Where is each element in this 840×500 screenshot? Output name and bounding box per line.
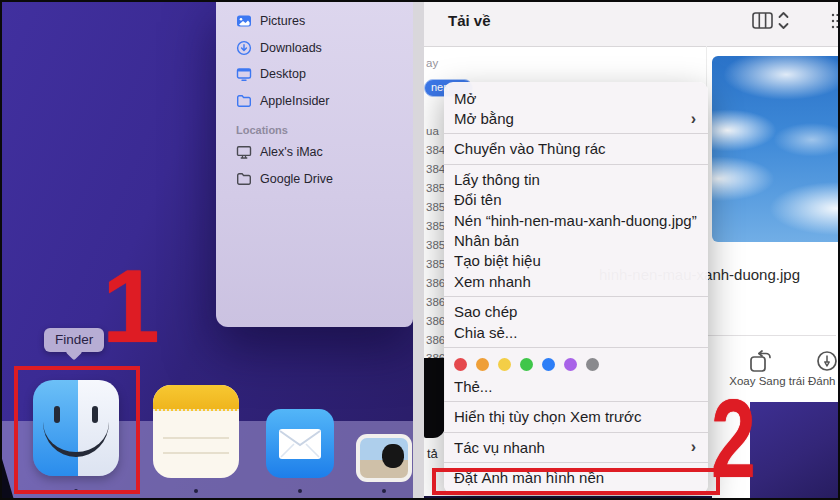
sidebar-item-google-drive[interactable]: Google Drive — [216, 166, 413, 193]
menu-item-duplicate[interactable]: Nhân bản — [444, 230, 708, 250]
finder-window-panel: Tải về ay nen ua 384 384 385 385 385 385… — [424, 0, 840, 500]
rotate-left-icon[interactable] — [748, 350, 774, 374]
context-menu: Mở Mở bằng› Chuyển vào Thùng rác Lấy thô… — [444, 82, 708, 494]
tag-blue[interactable] — [542, 358, 555, 371]
desktop-icon — [236, 66, 252, 82]
step-1-highlight-box — [14, 366, 140, 494]
bottom-desktop-strip — [424, 496, 712, 500]
file-row[interactable]: 384 — [426, 144, 445, 156]
menu-item-share[interactable]: Chia sẻ... — [444, 322, 708, 342]
sidebar-item-label: Alex's iMac — [260, 145, 323, 159]
finder-tooltip: Finder — [44, 328, 104, 352]
menu-divider — [444, 164, 708, 165]
sidebar-item-label: AppleInsider — [260, 94, 330, 108]
file-row[interactable]: 386 — [426, 315, 445, 327]
notes-line — [163, 437, 229, 439]
folder-icon — [236, 171, 252, 187]
photo-thumbnail — [360, 438, 408, 478]
chevron-up-down-icon[interactable] — [777, 11, 790, 30]
menu-item-label: Tác vụ nhanh — [454, 439, 545, 456]
menu-item-rename[interactable]: Đổi tên — [444, 190, 708, 210]
preview-divider — [707, 335, 836, 336]
dock-notes-icon[interactable] — [153, 385, 239, 478]
menu-item-label: Mở bằng — [454, 110, 514, 127]
menu-item-label: Chuyển vào Thùng rác — [454, 140, 606, 157]
desktop-background-cutout — [750, 402, 840, 500]
screenshot: Pictures Downloads Desktop — [0, 0, 840, 500]
file-row[interactable]: 386 — [426, 277, 445, 289]
menu-item-label: Sao chép — [454, 303, 517, 320]
sidebar-item-label: Google Drive — [260, 172, 333, 186]
menu-item-label: Mở — [454, 90, 476, 107]
step-2-badge: 2 — [711, 383, 756, 495]
panel-divider — [413, 0, 424, 500]
dock-mail-icon[interactable] — [266, 409, 334, 478]
submenu-chevron-icon: › — [691, 439, 696, 455]
sidebar-item-label: Downloads — [260, 41, 322, 55]
step-2-highlight-box — [432, 468, 720, 495]
sidebar-section-locations: Locations — [216, 121, 413, 139]
gallery-view-icon[interactable] — [831, 12, 840, 30]
sidebar-item-desktop[interactable]: Desktop — [216, 61, 413, 88]
tag-yellow[interactable] — [498, 358, 511, 371]
file-row[interactable]: ua — [426, 125, 439, 137]
menu-divider — [444, 133, 708, 134]
menu-item-open[interactable]: Mở — [444, 88, 708, 108]
menu-item-show-preview-options[interactable]: Hiển thị tùy chọn Xem trước — [444, 407, 708, 427]
file-row[interactable]: 385 — [426, 258, 445, 270]
menu-item-make-alias[interactable]: Tạo biệt hiệu — [444, 251, 708, 271]
downloads-icon — [236, 40, 252, 56]
sidebar-item-pictures[interactable]: Pictures — [216, 8, 413, 35]
menu-item-get-info[interactable]: Lấy thông tin — [444, 169, 708, 189]
tag-gray[interactable] — [586, 358, 599, 371]
menu-divider — [444, 432, 708, 433]
menu-divider — [444, 347, 708, 348]
file-row[interactable]: 386 — [426, 334, 445, 346]
menu-item-label: Hiển thị tùy chọn Xem trước — [454, 408, 641, 425]
sidebar-item-appleinsider[interactable]: AppleInsider — [216, 88, 413, 115]
menu-item-open-with[interactable]: Mở bằng› — [444, 108, 708, 128]
desktop-panel: Pictures Downloads Desktop — [0, 0, 413, 500]
menu-item-quick-actions[interactable]: Tác vụ nhanh› — [444, 437, 708, 457]
envelope-icon — [279, 429, 321, 459]
window-title: Tải về — [448, 12, 491, 29]
file-row[interactable]: 385 — [426, 201, 445, 213]
sidebar-item-downloads[interactable]: Downloads — [216, 35, 413, 62]
photo-dark-object — [382, 444, 404, 468]
menu-divider — [444, 296, 708, 297]
menu-item-compress[interactable]: Nén “hinh-nen-mau-xanh-duong.jpg” — [444, 210, 708, 230]
menu-item-label: Tạo biệt hiệu — [454, 252, 541, 269]
markup-icon[interactable] — [816, 350, 838, 372]
menu-item-label: Xem nhanh — [454, 273, 531, 290]
tag-green[interactable] — [520, 358, 533, 371]
finder-sidebar-window: Pictures Downloads Desktop — [216, 0, 413, 327]
notes-line — [163, 452, 229, 454]
file-row[interactable]: tả — [427, 446, 438, 461]
file-row[interactable]: 385 — [426, 182, 445, 194]
column-view-icon[interactable] — [752, 12, 773, 29]
sidebar-item-alexs-imac[interactable]: Alex's iMac — [216, 139, 413, 166]
menu-item-copy[interactable]: Sao chép — [444, 302, 708, 322]
file-row[interactable]: 384 — [426, 163, 445, 175]
file-row[interactable]: 386 — [426, 296, 445, 308]
preview-image-blue-sky — [712, 56, 840, 242]
finder-sidebar: Pictures Downloads Desktop — [216, 0, 413, 192]
pictures-icon — [236, 13, 252, 29]
menu-item-tags[interactable]: Thẻ... — [444, 376, 708, 396]
dock-photos-icon[interactable] — [356, 434, 412, 482]
file-row[interactable]: 385 — [426, 239, 445, 251]
dock-running-dot — [194, 489, 198, 493]
tag-orange[interactable] — [476, 358, 489, 371]
dock-running-dot — [382, 489, 386, 493]
menu-divider — [444, 401, 708, 402]
file-row[interactable]: 385 — [426, 220, 445, 232]
menu-item-label: Lấy thông tin — [454, 171, 540, 188]
notes-yellow-band — [153, 385, 239, 411]
tag-purple[interactable] — [564, 358, 577, 371]
tag-red[interactable] — [454, 358, 467, 371]
menu-item-quick-look[interactable]: Xem nhanh — [444, 271, 708, 291]
markup-button[interactable]: Đánh dấu — [808, 374, 840, 389]
menu-item-move-to-trash[interactable]: Chuyển vào Thùng rác — [444, 139, 708, 159]
step-1-badge: 1 — [102, 254, 160, 358]
tag-color-row — [444, 352, 708, 376]
